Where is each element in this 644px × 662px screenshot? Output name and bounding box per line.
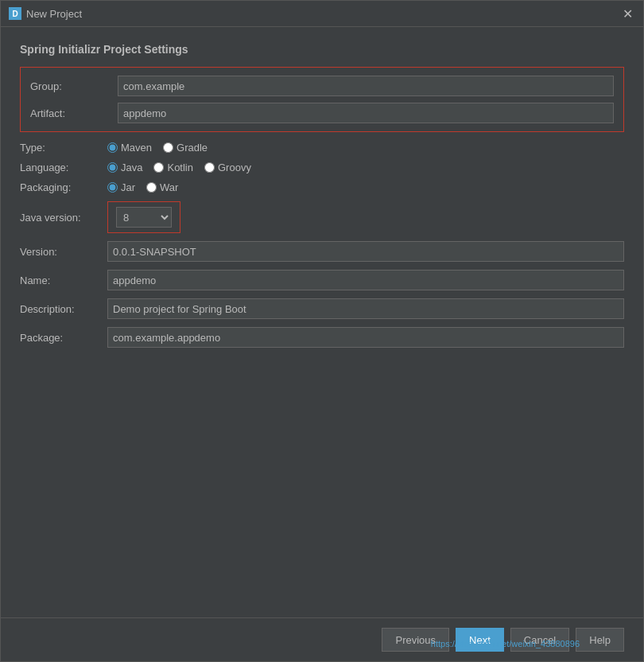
type-gradle-option[interactable]: Gradle xyxy=(163,142,208,154)
type-row: Type: Maven Gradle xyxy=(20,142,624,154)
artifact-label: Artifact: xyxy=(30,107,118,119)
description-label: Description: xyxy=(20,303,107,315)
language-java-radio[interactable] xyxy=(107,162,118,173)
close-button[interactable]: ✕ xyxy=(619,6,635,21)
version-input[interactable] xyxy=(107,241,624,262)
group-label: Group: xyxy=(30,80,118,92)
type-gradle-radio[interactable] xyxy=(163,142,173,153)
window-title: New Project xyxy=(26,8,82,20)
type-gradle-label: Gradle xyxy=(177,142,208,154)
group-input[interactable] xyxy=(118,76,614,96)
dialog-content: Spring Initializr Project Settings Group… xyxy=(1,27,643,617)
packaging-war-radio[interactable] xyxy=(146,182,157,193)
java-version-row: Java version: 8 11 17 xyxy=(20,201,624,233)
packaging-label: Packaging: xyxy=(20,181,107,193)
packaging-jar-option[interactable]: Jar xyxy=(107,181,135,193)
title-bar-left: D New Project xyxy=(9,7,82,20)
new-project-dialog: D New Project ✕ Spring Initializr Projec… xyxy=(0,0,644,662)
section-title: Spring Initializr Project Settings xyxy=(20,43,624,56)
package-input[interactable] xyxy=(107,327,624,348)
group-row: Group: xyxy=(30,76,614,96)
name-row: Name: xyxy=(20,270,624,290)
language-radio-group: Java Kotlin Groovy xyxy=(107,162,251,173)
language-java-option[interactable]: Java xyxy=(107,162,142,173)
description-row: Description: xyxy=(20,298,624,319)
packaging-war-option[interactable]: War xyxy=(146,181,178,193)
packaging-jar-radio[interactable] xyxy=(107,182,118,193)
java-version-label: Java version: xyxy=(20,212,107,224)
version-row: Version: xyxy=(20,241,624,262)
language-kotlin-option[interactable]: Kotlin xyxy=(153,162,193,173)
description-input[interactable] xyxy=(107,298,624,319)
java-version-select[interactable]: 8 11 17 xyxy=(116,207,172,228)
name-label: Name: xyxy=(20,275,107,286)
type-maven-label: Maven xyxy=(121,142,152,154)
artifact-input[interactable] xyxy=(118,103,614,123)
name-input[interactable] xyxy=(107,270,624,290)
packaging-war-label: War xyxy=(160,181,178,193)
language-groovy-radio[interactable] xyxy=(204,162,215,173)
language-java-label: Java xyxy=(121,162,142,173)
help-button[interactable]: Help xyxy=(576,628,624,652)
package-row: Package: xyxy=(20,327,624,348)
type-maven-option[interactable]: Maven xyxy=(107,142,152,154)
type-radio-group: Maven Gradle xyxy=(107,142,208,154)
type-label: Type: xyxy=(20,142,107,154)
language-groovy-label: Groovy xyxy=(218,162,251,173)
language-kotlin-label: Kotlin xyxy=(167,162,193,173)
version-label: Version: xyxy=(20,246,107,258)
java-version-highlight-box: 8 11 17 xyxy=(107,201,180,233)
packaging-row: Packaging: Jar War xyxy=(20,181,624,193)
app-icon: D xyxy=(9,7,21,20)
dialog-footer: Previous Next Cancel Help https://blog.c… xyxy=(1,617,643,661)
group-artifact-section: Group: Artifact: xyxy=(20,67,624,132)
language-label: Language: xyxy=(20,162,107,173)
language-row: Language: Java Kotlin Groovy xyxy=(20,162,624,173)
language-groovy-option[interactable]: Groovy xyxy=(204,162,251,173)
watermark-link: https://blog.csdn.net/weixin_43880896 xyxy=(431,639,580,648)
artifact-row: Artifact: xyxy=(30,103,614,123)
language-kotlin-radio[interactable] xyxy=(153,162,164,173)
title-bar: D New Project ✕ xyxy=(1,1,643,27)
packaging-jar-label: Jar xyxy=(121,181,135,193)
type-maven-radio[interactable] xyxy=(107,142,118,153)
packaging-radio-group: Jar War xyxy=(107,181,178,193)
package-label: Package: xyxy=(20,332,107,344)
